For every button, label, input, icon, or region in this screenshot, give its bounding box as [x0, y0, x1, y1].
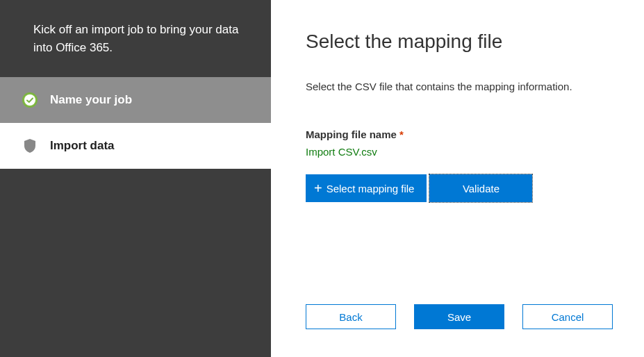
wizard-step-label: Name your job: [50, 93, 132, 107]
wizard-step-import-data[interactable]: Import data: [0, 123, 271, 169]
field-label-text: Mapping file name: [306, 128, 397, 140]
wizard-container: Kick off an import job to bring your dat…: [0, 0, 644, 357]
select-mapping-file-button[interactable]: + Select mapping file: [306, 174, 427, 202]
page-description: Select the CSV file that contains the ma…: [306, 81, 609, 92]
file-action-buttons: + Select mapping file Validate: [306, 174, 609, 202]
validate-button[interactable]: Validate: [429, 174, 532, 202]
main-content: Select the mapping file Select the CSV f…: [271, 0, 644, 357]
check-circle-icon: [22, 92, 38, 108]
required-indicator: *: [399, 128, 404, 140]
select-file-label: Select mapping file: [327, 183, 415, 194]
wizard-step-label: Import data: [50, 139, 115, 153]
footer-buttons: Back Save Cancel: [306, 304, 613, 329]
back-button[interactable]: Back: [306, 304, 396, 329]
plus-icon: +: [314, 181, 322, 195]
mapping-file-label: Mapping file name *: [306, 128, 609, 140]
save-button[interactable]: Save: [414, 304, 504, 329]
page-title: Select the mapping file: [306, 31, 609, 53]
svg-point-2: [24, 94, 35, 106]
selected-file-name: Import CSV.csv: [306, 146, 609, 158]
sidebar-header: Kick off an import job to bring your dat…: [0, 0, 271, 77]
wizard-sidebar: Kick off an import job to bring your dat…: [0, 0, 271, 357]
cancel-button[interactable]: Cancel: [522, 304, 613, 329]
wizard-step-name-job[interactable]: Name your job: [0, 77, 271, 123]
current-step-icon: [22, 138, 38, 153]
